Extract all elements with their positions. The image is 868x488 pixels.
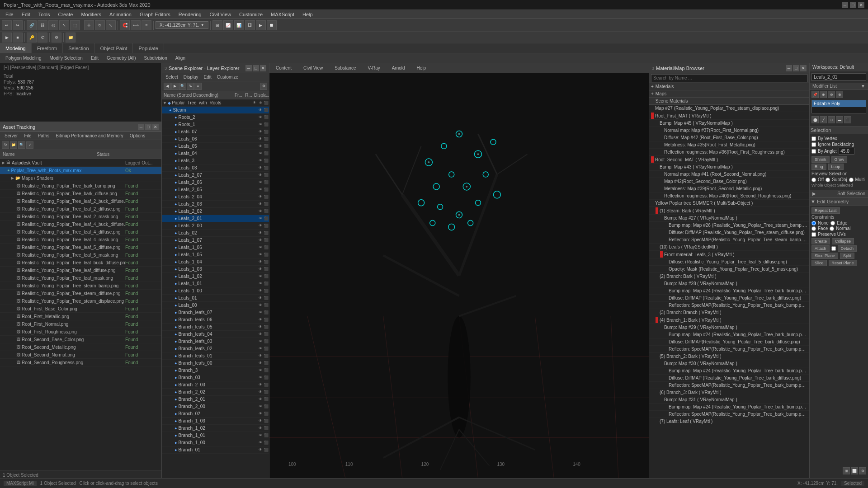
list-item[interactable]: ● Leafs_1_07 👁 ⬛ <box>162 237 269 244</box>
vertex-mode-btn[interactable]: ⬤ <box>811 116 819 123</box>
asset-menu-server[interactable]: Server <box>2 133 20 138</box>
menu-customize[interactable]: Customize <box>236 11 266 18</box>
shrink-btn[interactable]: Shrink <box>811 156 830 163</box>
select-button[interactable]: ↖ <box>59 20 69 30</box>
list-item[interactable]: Bump: Map #31 ( VRayNormalMap ) <box>649 396 809 404</box>
panel-maximize-btn[interactable]: □ <box>145 124 151 130</box>
se-menu-edit[interactable]: Edit <box>202 75 213 80</box>
layer-manager-button[interactable]: ⊞ <box>212 20 222 30</box>
slice-btn[interactable]: Slice <box>811 260 827 266</box>
list-item[interactable]: ● Leafs_05 👁 ⬛ <box>162 143 269 150</box>
list-item[interactable]: ● Roots_2 👁 ⬛ <box>162 114 269 121</box>
list-item[interactable]: Bump map: Map #26 (Realistic_Young_Popla… <box>649 222 809 229</box>
tab-populate[interactable]: Populate <box>133 43 164 53</box>
menu-graph-editors[interactable]: Graph Editors <box>136 11 174 18</box>
asset-menu-paths[interactable]: Paths <box>35 133 52 138</box>
curve-editor-button[interactable]: 📈 <box>223 20 233 30</box>
list-item[interactable]: Diffuse: DiffMAP(Realistic_Young_Poplar_… <box>649 338 809 346</box>
list-item[interactable]: ▶ 📂 Maps / Shaders <box>0 174 161 182</box>
list-item[interactable]: ● Leafs_2_05 👁 ⬛ <box>162 186 269 193</box>
list-item[interactable]: 🖼 Realistic_Young_Poplar_Tree_bark_bump.… <box>0 182 161 190</box>
list-item[interactable]: 🖼 Realistic_Young_Poplar_Tree_leaf_5_dif… <box>0 244 161 251</box>
list-item[interactable]: ● Leafs_1_01 👁 ⬛ <box>162 280 269 287</box>
list-item[interactable]: Bump map: Map #24 (Realistic_Young_Popla… <box>649 367 809 375</box>
sub-geometry-all[interactable]: Geometry (All) <box>103 55 139 61</box>
viewport[interactable]: 100 110 120 130 140 ▶ ■ 🔑 🔒 X: -41.129cm <box>269 73 649 488</box>
list-item[interactable]: 🖼 Realistic_Young_Poplar_Tree_leaf_2_mas… <box>0 213 161 221</box>
list-item[interactable]: Bump: Map #29 ( VRayNormalMap ) <box>649 324 809 331</box>
mat-maximize-btn[interactable]: □ <box>793 65 799 71</box>
list-item[interactable]: ● Branch_leafs_01 👁 ⬛ <box>162 352 269 360</box>
asset-list[interactable]: ▶ 🏛 Autodesk Vault Logged Out... ● Popla… <box>0 159 161 470</box>
tab-vray[interactable]: V-Ray <box>364 66 383 70</box>
sub-polygon-modeling[interactable]: Polygon Modeling <box>2 55 45 61</box>
dope-sheet-button[interactable]: 📊 <box>234 20 244 30</box>
list-item[interactable]: 🖼 Root_First_Metallic.png Found <box>0 313 161 320</box>
menu-rendering[interactable]: Rendering <box>175 11 205 18</box>
list-item[interactable]: ● Leafs_2_03 👁 ⬛ <box>162 201 269 208</box>
list-item[interactable]: Bump: Map #45 ( VRayNormalMap ) <box>649 120 809 127</box>
attach-btn[interactable]: Attach <box>811 245 830 252</box>
key-button[interactable]: 🔑 <box>27 33 37 42</box>
editable-poly-modifier[interactable]: Editable Poly <box>812 100 866 107</box>
list-item[interactable]: (2) Branch: Bark ( VRayMtl ) <box>649 273 809 280</box>
create-selection-button[interactable]: X: -41.129cm Y: 71. ▼ <box>156 21 208 29</box>
list-item[interactable]: Map #42(Root_Second_Base_Color.png) <box>649 178 809 185</box>
sub-edit[interactable]: Edit <box>87 55 102 61</box>
tab-freeform[interactable]: Freeform <box>32 43 63 53</box>
list-item[interactable]: ● Leafs_3 👁 ⬛ <box>162 157 269 164</box>
se-sort-btn[interactable]: ⇅ <box>187 83 194 90</box>
list-item[interactable]: Bump: Map #30 ( VRayNormalMap ) <box>649 360 809 367</box>
modifier-list-box[interactable]: Editable Poly <box>811 100 866 113</box>
list-item[interactable]: 🖼 Realistic_Young_Poplar_Tree_leaf_4_buc… <box>0 221 161 228</box>
minimize-button[interactable]: ─ <box>842 2 848 8</box>
tab-civil-view[interactable]: Civil View <box>300 66 326 70</box>
mat-tree[interactable]: Map #27 (Realistic_Young_Poplar_Tree_ste… <box>649 105 809 488</box>
se-menu-display[interactable]: Display <box>182 75 200 80</box>
list-item[interactable]: ● Branch_1_01 👁 ⬛ <box>162 432 269 439</box>
border-mode-btn[interactable]: □ <box>828 116 835 123</box>
by-vertex-checkbox[interactable] <box>811 136 816 141</box>
maps-section[interactable]: + Maps <box>649 90 809 98</box>
list-item[interactable]: 🖼 Realistic_Young_Poplar_Tree_steam_disp… <box>0 297 161 305</box>
render-setup-button[interactable]: 🎞 <box>245 20 255 30</box>
list-item[interactable]: (6) Branch_3: Bark ( VRayMtl ) <box>649 389 809 396</box>
list-item[interactable]: ● Branch_2_01 👁 ⬛ <box>162 396 269 403</box>
menu-create[interactable]: Create <box>54 11 76 18</box>
list-item[interactable]: Diffuse: DiffMAP (Realistic_Young_Poplar… <box>649 295 809 302</box>
grow-btn[interactable]: Grow <box>831 156 848 163</box>
list-item[interactable]: ● Leafs_1_06 👁 ⬛ <box>162 244 269 251</box>
menu-maxscript[interactable]: MAXScript <box>267 11 298 18</box>
split-btn[interactable]: Split <box>840 253 854 259</box>
rotate-button[interactable]: ↻ <box>95 20 105 30</box>
close-button[interactable]: ✕ <box>858 2 864 8</box>
list-item[interactable]: ● Leafs_2_00 👁 ⬛ <box>162 222 269 230</box>
list-item[interactable]: ● Branch_1_03 👁 ⬛ <box>162 418 269 425</box>
object-name-field[interactable] <box>811 73 866 81</box>
list-item[interactable]: ● Leafs_2_07 👁 ⬛ <box>162 172 269 179</box>
se-layer-btn[interactable]: ≡ <box>194 83 202 90</box>
list-item[interactable]: ● Poplar_Tree_with_Roots_max.max Ok <box>0 167 161 174</box>
list-item[interactable]: (10) Leafs ( VRay2SidedMtl ) <box>649 244 809 251</box>
list-item[interactable]: Bump map: Map #24 (Realistic_Young_Popla… <box>649 287 809 295</box>
tab-help[interactable]: Help <box>413 66 430 70</box>
list-item[interactable]: ● Steam 👁 ⬛ <box>162 107 269 114</box>
list-item[interactable]: Diffuse: DiffMAP (Realistic_Young_Poplar… <box>649 229 809 236</box>
slice-plane-btn[interactable]: Slice Plane <box>811 253 838 259</box>
mat-close-btn[interactable]: ✕ <box>800 65 807 71</box>
list-item[interactable]: 🖼 Realistic_Young_Poplar_Tree_leaf_5_mas… <box>0 251 161 259</box>
list-item[interactable]: Opacity: Mask (Realistic_Young_Poplar_Tr… <box>649 266 809 273</box>
list-item[interactable]: Bump: Map #28 ( VRayNormalMap ) <box>649 280 809 287</box>
tab-modeling[interactable]: Modeling <box>0 43 32 53</box>
preserve-uvs-checkbox[interactable] <box>811 232 816 237</box>
list-item[interactable]: 🖼 Root_Second_Metallic.png Found <box>0 343 161 351</box>
tab-substance[interactable]: Substance <box>331 66 359 70</box>
list-item[interactable]: 🖼 Realistic_Young_Poplar_Tree_leaf_2_dif… <box>0 205 161 213</box>
time-button[interactable]: ⏱ <box>38 33 47 42</box>
scene-explorer-button[interactable]: 📁 <box>66 33 75 42</box>
list-item[interactable]: Reflection: SpecMAP(Realistic_Young_Popl… <box>649 236 809 244</box>
se-minimize-btn[interactable]: ─ <box>245 65 252 71</box>
by-angle-input[interactable] <box>839 148 854 155</box>
list-item[interactable]: ● Leafs_2_04 👁 ⬛ <box>162 193 269 201</box>
list-item[interactable]: (5) Branch_2: Bark ( VRayMtl ) <box>649 353 809 360</box>
